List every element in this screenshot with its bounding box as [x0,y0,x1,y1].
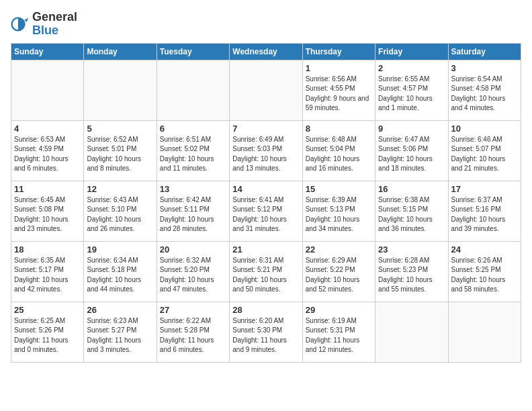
weekday-header: Monday [84,43,157,60]
calendar-cell: 14Sunrise: 6:41 AMSunset: 5:12 PMDayligh… [230,181,302,241]
day-number: 16 [378,184,445,194]
day-info: Sunrise: 6:52 AMSunset: 5:01 PMDaylight:… [87,135,153,174]
day-number: 13 [160,184,226,194]
day-number: 19 [87,244,153,255]
calendar-cell: 4Sunrise: 6:53 AMSunset: 4:59 PMDaylight… [11,120,84,181]
calendar-cell: 20Sunrise: 6:32 AMSunset: 5:20 PMDayligh… [157,241,229,302]
day-info: Sunrise: 6:53 AMSunset: 4:59 PMDaylight:… [14,135,81,174]
day-info: Sunrise: 6:22 AMSunset: 5:28 PMDaylight:… [160,316,226,355]
calendar-cell: 11Sunrise: 6:45 AMSunset: 5:08 PMDayligh… [11,181,84,241]
calendar-cell: 23Sunrise: 6:28 AMSunset: 5:23 PMDayligh… [375,241,448,302]
calendar-cell: 1Sunrise: 6:56 AMSunset: 4:55 PMDaylight… [302,60,375,120]
weekday-header: Sunday [11,43,84,60]
day-info: Sunrise: 6:20 AMSunset: 5:30 PMDaylight:… [232,316,299,355]
calendar-cell: 27Sunrise: 6:22 AMSunset: 5:28 PMDayligh… [157,302,229,362]
day-number: 20 [160,244,226,255]
day-info: Sunrise: 6:28 AMSunset: 5:23 PMDaylight:… [378,256,445,295]
day-number: 28 [232,305,299,315]
day-info: Sunrise: 6:48 AMSunset: 5:04 PMDaylight:… [306,135,372,174]
day-number: 27 [160,305,226,315]
day-info: Sunrise: 6:29 AMSunset: 5:22 PMDaylight:… [306,256,372,295]
day-number: 25 [14,305,81,315]
day-info: Sunrise: 6:34 AMSunset: 5:18 PMDaylight:… [87,256,153,295]
day-info: Sunrise: 6:25 AMSunset: 5:26 PMDaylight:… [14,316,81,355]
calendar-cell: 19Sunrise: 6:34 AMSunset: 5:18 PMDayligh… [84,241,157,302]
calendar-cell: 2Sunrise: 6:55 AMSunset: 4:57 PMDaylight… [375,60,448,120]
day-info: Sunrise: 6:41 AMSunset: 5:12 PMDaylight:… [232,195,299,234]
day-number: 3 [451,63,518,73]
day-info: Sunrise: 6:56 AMSunset: 4:55 PMDaylight:… [306,75,372,113]
day-info: Sunrise: 6:38 AMSunset: 5:15 PMDaylight:… [378,195,445,234]
day-number: 11 [14,184,81,194]
calendar-cell: 16Sunrise: 6:38 AMSunset: 5:15 PMDayligh… [375,181,448,241]
day-info: Sunrise: 6:54 AMSunset: 4:58 PMDaylight:… [451,75,518,113]
day-number: 8 [306,124,372,134]
day-number: 9 [378,124,445,134]
calendar-cell: 8Sunrise: 6:48 AMSunset: 5:04 PMDaylight… [302,120,375,181]
day-info: Sunrise: 6:49 AMSunset: 5:03 PMDaylight:… [232,135,299,174]
logo-text: General Blue [32,11,77,38]
day-number: 12 [87,184,153,194]
calendar-cell: 15Sunrise: 6:39 AMSunset: 5:13 PMDayligh… [302,181,375,241]
calendar-cell [375,302,448,362]
day-number: 26 [87,305,153,315]
day-number: 18 [14,244,81,255]
day-number: 7 [232,124,299,134]
day-number: 10 [451,124,518,134]
calendar-cell: 24Sunrise: 6:26 AMSunset: 5:25 PMDayligh… [448,241,521,302]
day-info: Sunrise: 6:46 AMSunset: 5:07 PMDaylight:… [451,135,518,174]
day-number: 24 [451,244,518,255]
calendar-cell: 17Sunrise: 6:37 AMSunset: 5:16 PMDayligh… [448,181,521,241]
day-info: Sunrise: 6:55 AMSunset: 4:57 PMDaylight:… [378,75,445,113]
calendar-cell: 9Sunrise: 6:47 AMSunset: 5:06 PMDaylight… [375,120,448,181]
calendar-cell: 10Sunrise: 6:46 AMSunset: 5:07 PMDayligh… [448,120,521,181]
day-info: Sunrise: 6:47 AMSunset: 5:06 PMDaylight:… [378,135,445,174]
calendar-cell [448,302,521,362]
calendar-cell: 3Sunrise: 6:54 AMSunset: 4:58 PMDaylight… [448,60,521,120]
day-info: Sunrise: 6:43 AMSunset: 5:10 PMDaylight:… [87,195,153,234]
calendar-cell: 7Sunrise: 6:49 AMSunset: 5:03 PMDaylight… [230,120,302,181]
day-info: Sunrise: 6:37 AMSunset: 5:16 PMDaylight:… [451,195,518,234]
calendar-cell: 18Sunrise: 6:35 AMSunset: 5:17 PMDayligh… [11,241,84,302]
weekday-header: Thursday [302,43,375,60]
day-number: 1 [306,63,372,73]
calendar-cell [157,60,229,120]
logo: General Blue [11,11,77,38]
calendar-cell: 26Sunrise: 6:23 AMSunset: 5:27 PMDayligh… [84,302,157,362]
weekday-header: Friday [375,43,448,60]
day-number: 21 [232,244,299,255]
day-number: 29 [306,305,372,315]
day-info: Sunrise: 6:45 AMSunset: 5:08 PMDaylight:… [14,195,81,234]
calendar-cell: 29Sunrise: 6:19 AMSunset: 5:31 PMDayligh… [302,302,375,362]
weekday-header: Tuesday [157,43,229,60]
calendar-cell: 13Sunrise: 6:42 AMSunset: 5:11 PMDayligh… [157,181,229,241]
day-number: 4 [14,124,81,134]
calendar-cell [230,60,302,120]
calendar-cell: 12Sunrise: 6:43 AMSunset: 5:10 PMDayligh… [84,181,157,241]
calendar-cell: 28Sunrise: 6:20 AMSunset: 5:30 PMDayligh… [230,302,302,362]
day-number: 15 [306,184,372,194]
day-number: 6 [160,124,226,134]
calendar-cell: 5Sunrise: 6:52 AMSunset: 5:01 PMDaylight… [84,120,157,181]
calendar-cell: 6Sunrise: 6:51 AMSunset: 5:02 PMDaylight… [157,120,229,181]
day-info: Sunrise: 6:23 AMSunset: 5:27 PMDaylight:… [87,316,153,355]
day-number: 14 [232,184,299,194]
calendar-table: SundayMondayTuesdayWednesdayThursdayFrid… [11,43,521,363]
day-info: Sunrise: 6:51 AMSunset: 5:02 PMDaylight:… [160,135,226,174]
day-number: 5 [87,124,153,134]
calendar-cell: 21Sunrise: 6:31 AMSunset: 5:21 PMDayligh… [230,241,302,302]
weekday-header: Saturday [448,43,521,60]
day-info: Sunrise: 6:39 AMSunset: 5:13 PMDaylight:… [306,195,372,234]
calendar-cell: 22Sunrise: 6:29 AMSunset: 5:22 PMDayligh… [302,241,375,302]
day-info: Sunrise: 6:26 AMSunset: 5:25 PMDaylight:… [451,256,518,295]
day-info: Sunrise: 6:19 AMSunset: 5:31 PMDaylight:… [306,316,372,355]
calendar-cell: 25Sunrise: 6:25 AMSunset: 5:26 PMDayligh… [11,302,84,362]
day-info: Sunrise: 6:35 AMSunset: 5:17 PMDaylight:… [14,256,81,295]
day-info: Sunrise: 6:31 AMSunset: 5:21 PMDaylight:… [232,256,299,295]
day-number: 17 [451,184,518,194]
day-number: 2 [378,63,445,73]
day-info: Sunrise: 6:42 AMSunset: 5:11 PMDaylight:… [160,195,226,234]
day-number: 23 [378,244,445,255]
weekday-header: Wednesday [230,43,302,60]
calendar-cell [11,60,84,120]
